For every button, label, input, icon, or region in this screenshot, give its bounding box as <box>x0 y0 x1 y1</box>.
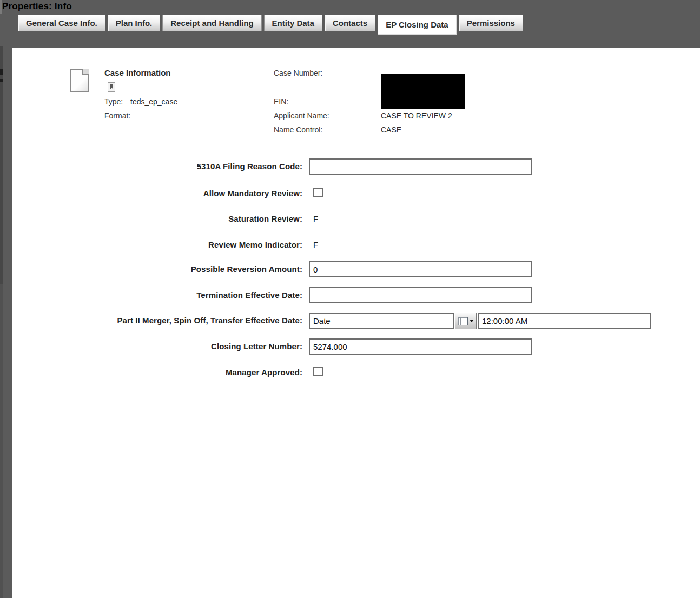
tab-entity-data[interactable]: Entity Data <box>264 15 322 31</box>
part2-time-input[interactable] <box>478 313 651 329</box>
document-icon-fold-line <box>82 69 89 75</box>
saturation-review-label: Saturation Review: <box>12 214 302 223</box>
bookmark-ribbon <box>110 84 113 89</box>
applicant-name-value: CASE TO REVIEW 2 <box>381 111 452 120</box>
document-icon <box>70 69 89 92</box>
left-edge-mark <box>0 69 3 75</box>
format-label: Format: <box>104 111 130 120</box>
title-bar: Properties: Info <box>0 0 700 14</box>
case-information-title: Case Information <box>104 68 171 77</box>
saturation-review-value: F <box>313 214 318 223</box>
termination-effective-date-input[interactable] <box>309 287 532 303</box>
possible-reversion-amount-label: Possible Reversion Amount: <box>12 264 302 274</box>
calendar-picker-button[interactable] <box>455 313 477 329</box>
possible-reversion-amount-input[interactable] <box>309 261 532 277</box>
tab-ep-closing-data[interactable]: EP Closing Data <box>378 15 457 35</box>
allow-mandatory-review-label: Allow Mandatory Review: <box>12 189 302 198</box>
left-edge-strip-lower <box>0 284 3 598</box>
tab-general-case-info[interactable]: General Case Info. <box>18 15 105 31</box>
left-edge-mark <box>0 79 3 82</box>
manager-approved-label: Manager Approved: <box>12 368 302 377</box>
type-label: Type: <box>104 97 123 106</box>
type-value: teds_ep_case <box>130 97 177 106</box>
filing-reason-input[interactable] <box>309 158 532 175</box>
tab-bar: General Case Info. Plan Info. Receipt an… <box>18 15 700 35</box>
tab-contacts[interactable]: Contacts <box>325 15 375 31</box>
part2-effective-date-label: Part II Merger, Spin Off, Transfer Effec… <box>12 316 302 325</box>
review-memo-indicator-value: F <box>313 240 318 249</box>
tab-receipt-and-handling[interactable]: Receipt and Handling <box>162 15 261 31</box>
manager-approved-checkbox[interactable] <box>313 367 323 376</box>
tab-permissions[interactable]: Permissions <box>459 15 523 31</box>
tab-plan-info[interactable]: Plan Info. <box>108 15 161 31</box>
termination-effective-date-label: Termination Effective Date: <box>12 290 302 300</box>
applicant-name-label: Applicant Name: <box>274 111 329 120</box>
redacted-case-number-ein <box>381 74 465 109</box>
closing-letter-number-input[interactable] <box>309 338 532 355</box>
name-control-label: Name Control: <box>274 125 322 134</box>
review-memo-indicator-label: Review Memo Indicator: <box>12 240 302 249</box>
name-control-value: CASE <box>381 125 401 134</box>
allow-mandatory-review-checkbox[interactable] <box>313 188 323 197</box>
left-edge-strip <box>0 46 3 284</box>
dropdown-arrow-icon <box>470 320 474 322</box>
calendar-grid-icon <box>458 317 468 325</box>
ein-label: EIN: <box>274 97 288 106</box>
case-number-label: Case Number: <box>274 69 322 77</box>
window-left-edge <box>0 0 2 14</box>
part2-date-input[interactable] <box>309 313 454 329</box>
page-title: Properties: Info <box>2 1 72 12</box>
content-panel: Case Information Type: teds_ep_case Form… <box>12 48 700 598</box>
bookmark-page-icon <box>108 82 115 92</box>
closing-letter-number-label: Closing Letter Number: <box>12 342 302 351</box>
filing-reason-label: 5310A Filing Reason Code: <box>12 162 302 171</box>
